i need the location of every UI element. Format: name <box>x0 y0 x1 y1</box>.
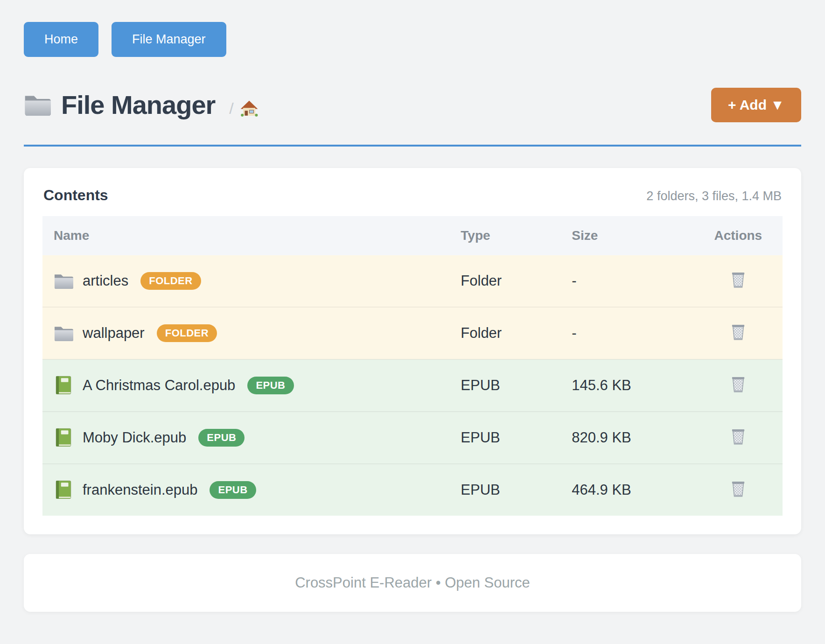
file-name: wallpaper <box>83 325 145 342</box>
file-name: A Christmas Carol.epub <box>83 377 235 394</box>
file-table: Name Type Size Actions articlesFOLDERFol… <box>42 216 783 516</box>
contents-title: Contents <box>43 187 108 204</box>
file-type: Folder <box>449 307 560 359</box>
type-badge: FOLDER <box>157 324 217 342</box>
file-size: 820.9 KB <box>560 412 693 464</box>
type-badge: EPUB <box>247 377 294 394</box>
home-button[interactable]: Home <box>24 22 98 57</box>
file-type: EPUB <box>449 464 560 516</box>
file-type: EPUB <box>449 412 560 464</box>
column-header-type: Type <box>449 216 560 255</box>
file-size: 145.6 KB <box>560 359 693 412</box>
type-badge: EPUB <box>210 481 256 499</box>
folder-icon <box>54 271 73 291</box>
book-icon <box>54 376 73 395</box>
trash-icon <box>729 480 748 500</box>
delete-button[interactable] <box>729 271 748 291</box>
breadcrumb: / <box>229 99 258 118</box>
footer-text: CrossPoint E-Reader • Open Source <box>295 574 530 591</box>
file-size: 464.9 KB <box>560 464 693 516</box>
file-table-header: Name Type Size Actions <box>42 216 783 255</box>
file-name: frankenstein.epub <box>83 482 197 498</box>
trash-icon <box>729 427 748 448</box>
table-row[interactable]: wallpaperFOLDERFolder- <box>42 307 783 359</box>
page-header: File Manager / + Add ▼ <box>24 88 801 147</box>
table-row[interactable]: articlesFOLDERFolder- <box>42 255 783 307</box>
type-badge: EPUB <box>198 429 245 447</box>
file-size: - <box>560 255 693 307</box>
file-table-body: articlesFOLDERFolder-wallpaperFOLDERFold… <box>42 255 783 516</box>
file-name: Moby Dick.epub <box>83 429 186 446</box>
column-header-size: Size <box>560 216 693 255</box>
trash-icon <box>729 375 748 396</box>
type-badge: FOLDER <box>140 272 201 290</box>
trash-icon <box>729 271 748 291</box>
column-header-name: Name <box>42 216 449 255</box>
trash-icon <box>729 323 748 343</box>
delete-button[interactable] <box>729 323 748 343</box>
table-row[interactable]: Moby Dick.epubEPUBEPUB820.9 KB <box>42 412 783 464</box>
column-header-actions: Actions <box>694 216 783 255</box>
delete-button[interactable] <box>729 375 748 396</box>
folder-icon <box>24 94 51 116</box>
file-manager-button[interactable]: File Manager <box>112 22 226 57</box>
table-row[interactable]: frankenstein.epubEPUBEPUB464.9 KB <box>42 464 783 516</box>
contents-card-header: Contents 2 folders, 3 files, 1.4 MB <box>42 187 783 204</box>
book-icon <box>54 428 73 448</box>
file-size: - <box>560 307 693 359</box>
folder-icon <box>54 323 73 343</box>
file-type: EPUB <box>449 359 560 412</box>
footer: CrossPoint E-Reader • Open Source <box>24 554 801 612</box>
contents-card: Contents 2 folders, 3 files, 1.4 MB Name… <box>24 168 801 534</box>
page-title: File Manager <box>61 92 215 118</box>
delete-button[interactable] <box>729 480 748 500</box>
book-icon <box>54 480 73 500</box>
top-nav: Home File Manager <box>24 22 801 57</box>
home-icon[interactable] <box>240 100 258 117</box>
contents-summary: 2 folders, 3 files, 1.4 MB <box>646 189 782 203</box>
file-type: Folder <box>449 255 560 307</box>
file-name: articles <box>83 273 128 289</box>
table-row[interactable]: A Christmas Carol.epubEPUBEPUB145.6 KB <box>42 359 783 412</box>
add-button[interactable]: + Add ▼ <box>711 88 801 122</box>
breadcrumb-separator: / <box>229 99 233 118</box>
delete-button[interactable] <box>729 427 748 448</box>
